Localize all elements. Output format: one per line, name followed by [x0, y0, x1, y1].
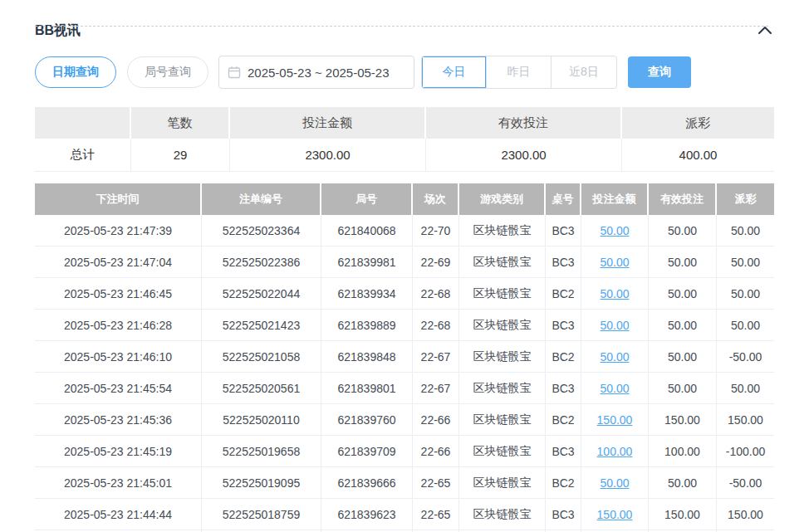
table-header-cell: 局号: [321, 183, 413, 215]
bet-amount-cell: 50.00: [581, 215, 649, 246]
payout-cell: -50.00: [717, 341, 774, 372]
round-no-cell: 621839889: [321, 310, 413, 340]
table-body: 2025-05-23 21:47:39522525023364621840068…: [35, 215, 774, 532]
bet-amount-cell: 50.00: [581, 278, 649, 309]
payout-cell: 50.00: [717, 246, 774, 277]
bet-amount-link[interactable]: 50.00: [600, 256, 629, 269]
quick-button-yesterday[interactable]: 昨日: [487, 56, 552, 88]
bet-amount-link[interactable]: 50.00: [600, 476, 629, 490]
table-header-cell: 派彩: [717, 183, 774, 215]
bet-no-cell: 522525019658: [202, 436, 321, 466]
table-no-cell: BC3: [546, 310, 581, 340]
time-cell: 2025-05-23 21:47:04: [35, 246, 202, 277]
bet-amount-cell: 100.00: [581, 436, 649, 466]
table-no-cell: BC2: [546, 467, 581, 498]
payout-cell: -50.00: [717, 467, 774, 498]
bet-amount-link[interactable]: 100.00: [597, 445, 633, 458]
round-no-cell: 621839848: [321, 341, 413, 372]
page-title: BB视讯: [35, 22, 81, 40]
table-header-cell: 游戏类别: [459, 183, 546, 215]
table-no-cell: BC3: [546, 246, 581, 277]
session-cell: 22-65: [413, 499, 459, 530]
bet-no-cell: 522525022044: [202, 278, 321, 309]
bet-no-cell: 522525020561: [202, 373, 321, 403]
summary-header-cell: 有效投注: [426, 107, 622, 139]
summary-header-cell: 投注金额: [230, 107, 426, 139]
game-cell: 区块链骰宝: [459, 215, 546, 246]
bet-amount-link[interactable]: 50.00: [600, 382, 629, 395]
search-button[interactable]: 查询: [628, 56, 691, 88]
round-no-cell: 621840068: [321, 215, 413, 246]
quick-button-last-8-days[interactable]: 近8日: [552, 56, 616, 88]
game-cell: 区块链骰宝: [459, 436, 546, 466]
valid-bet-cell: 50.00: [649, 246, 717, 277]
table-no-cell: BC2: [546, 341, 581, 372]
betting-records-panel: BB视讯 日期查询 局号查询 2025-05-23 ~ 2025-05-23: [0, 22, 809, 532]
summary-total-value: 2300.00: [426, 139, 622, 171]
table-header-row: 下注时间注单编号局号场次游戏类别桌号投注金额有效投注派彩: [35, 183, 774, 215]
bet-no-cell: 522525021423: [202, 310, 321, 340]
date-range-value: 2025-05-23 ~ 2025-05-23: [248, 66, 390, 80]
date-range-input[interactable]: 2025-05-23 ~ 2025-05-23: [218, 56, 414, 89]
bet-records-table: 下注时间注单编号局号场次游戏类别桌号投注金额有效投注派彩 2025-05-23 …: [35, 183, 774, 532]
bet-amount-link[interactable]: 50.00: [600, 319, 629, 332]
round-no-cell: 621839760: [321, 404, 413, 435]
summary-header-cell: 派彩: [622, 107, 774, 139]
top-dashed-divider: [35, 26, 768, 27]
session-cell: 22-66: [413, 404, 459, 435]
summary-total-label: 总计: [35, 139, 131, 171]
table-no-cell: BC3: [546, 499, 581, 530]
time-cell: 2025-05-23 21:46:28: [35, 310, 202, 340]
bet-amount-cell: 150.00: [581, 499, 649, 530]
time-cell: 2025-05-23 21:45:54: [35, 373, 202, 403]
time-cell: 2025-05-23 21:46:45: [35, 278, 202, 309]
table-row: 2025-05-23 21:45:19522525019658621839709…: [35, 436, 774, 467]
round-no-cell: 621839801: [321, 373, 413, 403]
time-cell: 2025-05-23 21:45:36: [35, 404, 202, 435]
quick-button-today[interactable]: 今日: [422, 56, 487, 88]
table-header-cell: 投注金额: [581, 183, 649, 215]
round-query-tab[interactable]: 局号查询: [127, 56, 208, 88]
table-no-cell: BC3: [546, 215, 581, 246]
bet-amount-link[interactable]: 150.00: [597, 508, 633, 521]
bet-amount-cell: 50.00: [581, 373, 649, 403]
time-cell: 2025-05-23 21:46:10: [35, 341, 202, 372]
bet-amount-link[interactable]: 150.00: [597, 413, 633, 427]
valid-bet-cell: 50.00: [649, 341, 717, 372]
session-cell: 22-69: [413, 246, 459, 277]
valid-bet-cell: 50.00: [649, 278, 717, 309]
bet-no-cell: 522525019095: [202, 467, 321, 498]
game-cell: 区块链骰宝: [459, 499, 546, 530]
summary-total-value: 29: [131, 139, 230, 171]
bet-no-cell: 522525022386: [202, 246, 321, 277]
session-cell: 22-70: [413, 215, 459, 246]
game-cell: 区块链骰宝: [459, 310, 546, 340]
round-no-cell: 621839934: [321, 278, 413, 309]
bet-no-cell: 522525018759: [202, 499, 321, 530]
bet-amount-link[interactable]: 50.00: [600, 287, 629, 300]
bet-amount-link[interactable]: 50.00: [600, 224, 629, 237]
round-no-cell: 621839623: [321, 499, 413, 530]
table-header-cell: 注单编号: [202, 183, 321, 215]
table-header-cell: 有效投注: [649, 183, 717, 215]
valid-bet-cell: 100.00: [649, 436, 717, 466]
time-cell: 2025-05-23 21:45:01: [35, 467, 202, 498]
table-row: 2025-05-23 21:44:44522525018759621839623…: [35, 499, 774, 530]
valid-bet-cell: 150.00: [649, 404, 717, 435]
bet-amount-cell: 50.00: [581, 246, 649, 277]
date-query-tab[interactable]: 日期查询: [35, 56, 116, 88]
table-header-cell: 下注时间: [35, 183, 202, 215]
game-cell: 区块链骰宝: [459, 341, 546, 372]
time-cell: 2025-05-23 21:44:44: [35, 499, 202, 530]
payout-cell: 50.00: [717, 310, 774, 340]
valid-bet-cell: 50.00: [649, 373, 717, 403]
table-row: 2025-05-23 21:45:01522525019095621839666…: [35, 467, 774, 499]
table-no-cell: BC3: [546, 373, 581, 403]
bet-amount-link[interactable]: 50.00: [600, 350, 629, 364]
payout-cell: 50.00: [717, 278, 774, 309]
collapse-panel-button[interactable]: [756, 22, 774, 40]
table-row: 2025-05-23 21:47:39522525023364621840068…: [35, 215, 774, 246]
summary-total-value: 2300.00: [230, 139, 426, 171]
summary-total-row: 总计292300.002300.00400.00: [35, 139, 774, 172]
bet-no-cell: 522525021058: [202, 341, 321, 372]
